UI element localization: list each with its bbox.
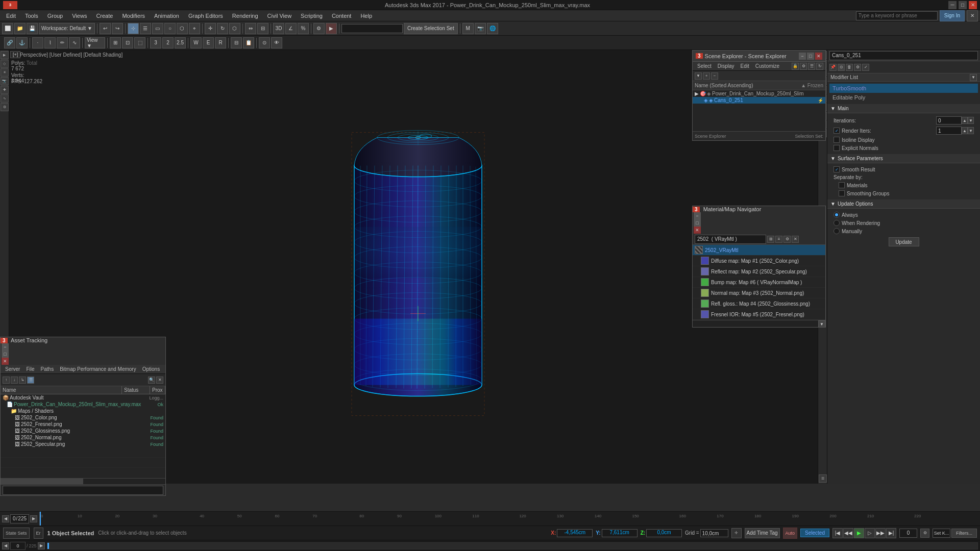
grid-value[interactable]: 10,0cm <box>700 529 728 537</box>
menu-civil-view[interactable]: Civil View <box>263 12 296 20</box>
angle-snap-button[interactable]: ∠ <box>285 23 297 34</box>
map-normal-item[interactable]: Normal map: Map #3 (2502_Normal.png) <box>693 288 825 298</box>
map-root-item[interactable]: 2502_VRayMtl <box>693 245 825 256</box>
next-frame-btn[interactable]: ▶▶ <box>875 528 886 538</box>
wireframe-button[interactable]: ⬚ <box>134 37 145 48</box>
add-time-tag-btn[interactable]: Add Time Tag <box>745 528 780 538</box>
go-to-start-btn[interactable]: |◀ <box>832 528 843 538</box>
timeline-ruler[interactable]: 0 10 20 30 40 50 60 70 80 90 100 110 120… <box>40 512 980 525</box>
link-button[interactable]: 🔗 <box>4 37 15 48</box>
at-specular-file[interactable]: 🖼 2502_Specular.png Found <box>1 441 165 447</box>
menu-content[interactable]: Content <box>328 12 356 20</box>
minimize-button[interactable]: ─ <box>948 1 957 9</box>
menu-group[interactable]: Group <box>43 12 67 20</box>
menu-edit[interactable]: Edit <box>2 12 20 20</box>
rotate-button[interactable]: ↻ <box>217 23 228 34</box>
menu-rendering[interactable]: Rendering <box>228 12 262 20</box>
maximize-button[interactable]: □ <box>959 1 967 9</box>
at-btn-1[interactable]: ↑ <box>3 377 10 384</box>
at-btn-2[interactable]: ↓ <box>11 377 18 384</box>
se-expand-btn[interactable]: + <box>703 72 710 80</box>
at-main-file[interactable]: 📄 Power_Drink_Can_Mockup_250ml_Slim_max_… <box>1 401 165 408</box>
create-geometry-tool[interactable]: ▶ <box>1 51 9 59</box>
create-selection-set-button[interactable]: Create Selection Set <box>404 23 458 34</box>
at-paths-menu[interactable]: Paths <box>38 366 57 372</box>
snap3d-button[interactable]: 3D <box>273 23 284 34</box>
hide-selected-button[interactable]: 👁 <box>271 37 282 48</box>
asset-tracking-close[interactable]: ✕ <box>2 358 9 365</box>
map-bump-item[interactable]: Bump map: Map #6 ( VRayNormalMap ) <box>693 277 825 288</box>
surface-params-section-header[interactable]: ▼ Surface Parameters <box>827 154 980 163</box>
at-fresnel-file[interactable]: 🖼 2502_Fresnel.png Found <box>1 421 165 428</box>
always-radio[interactable] <box>834 212 840 218</box>
at-clear[interactable]: ✕ <box>156 377 163 384</box>
scene-cans-object[interactable]: ◈ ◈ Cans_0_251 ⚡ <box>693 97 825 104</box>
percent-snap-button[interactable]: % <box>298 23 309 34</box>
explicit-normals-checkbox[interactable] <box>834 145 840 151</box>
time-config-btn[interactable]: ⚙ <box>920 529 929 538</box>
scene-tree-root-expand[interactable]: ▶ 🎯 ◈ Power_Drink_Can_Mockup_250ml_Slim <box>693 90 825 97</box>
asset-tracking-minimize[interactable]: − <box>2 343 9 350</box>
scale-type-button[interactable]: R <box>215 37 226 48</box>
select-button[interactable]: ⊹ <box>128 23 139 34</box>
menu-graph-editors[interactable]: Graph Editors <box>184 12 227 20</box>
at-btn-3[interactable]: ↳ <box>19 377 26 384</box>
at-btn-4[interactable]: ☰ <box>27 377 34 384</box>
object-name-input[interactable] <box>829 51 978 60</box>
turbosmooth-modifier[interactable]: TurboSmooth <box>829 84 978 93</box>
vp-top-left-btn[interactable]: [+] <box>10 51 20 58</box>
play-all-btn[interactable]: ▷ <box>865 528 875 538</box>
isolate-selection-button[interactable]: ⊙ <box>259 37 270 48</box>
mini-timeline[interactable] <box>47 542 978 549</box>
se-tool-settings[interactable]: ⚙ <box>800 63 807 70</box>
auto-key-btn[interactable]: Auto <box>783 528 798 539</box>
create-camera-tool[interactable]: 📷 <box>1 77 9 85</box>
update-button[interactable]: Update <box>889 237 919 246</box>
mn-close-btn[interactable]: ✕ <box>792 236 799 243</box>
rect-select-button[interactable]: ▭ <box>152 23 163 34</box>
2d-snap-toggle[interactable]: 2 <box>162 37 174 48</box>
timeline-playhead[interactable] <box>40 512 41 525</box>
at-search-input[interactable] <box>3 486 163 495</box>
mod-trash-btn[interactable]: 🗑 <box>846 64 853 71</box>
material-nav-max[interactable]: □ <box>694 219 701 227</box>
menu-animation[interactable]: Animation <box>150 12 183 20</box>
scene-explorer-customize-menu[interactable]: Customize <box>753 63 782 69</box>
new-file-button[interactable]: ⬜ <box>2 23 13 34</box>
at-bitmap-menu[interactable]: Bitmap Performance and Memory <box>57 366 139 372</box>
open-file-button[interactable]: 📁 <box>14 23 26 34</box>
scene-explorer-button[interactable]: 📋 <box>243 37 254 48</box>
2.5d-snap-toggle[interactable]: 2.5 <box>175 37 186 48</box>
point-button[interactable]: · <box>32 37 43 48</box>
x-coord-value[interactable]: -4,545cm <box>557 529 593 537</box>
iterations-up[interactable]: ▲ <box>962 117 968 124</box>
material-nav-input[interactable] <box>695 235 766 244</box>
3d-snap-toggle[interactable]: 3 <box>150 37 161 48</box>
next-viewport-btn[interactable]: ▶ <box>38 542 45 549</box>
at-scrollbar[interactable] <box>1 478 165 484</box>
scale-button[interactable]: ⬡ <box>229 23 240 34</box>
create-helper-tool[interactable]: ✚ <box>1 86 9 94</box>
render-frame-button[interactable]: 📷 <box>475 23 486 34</box>
menu-scripting[interactable]: Scripting <box>297 12 327 20</box>
render-iters-up[interactable]: ▲ <box>962 127 968 134</box>
menu-help[interactable]: Help <box>356 12 376 20</box>
at-file-menu[interactable]: File <box>23 366 37 372</box>
render-iters-down[interactable]: ▼ <box>968 127 974 134</box>
timeline-right-btn[interactable]: ▶ <box>30 515 37 522</box>
map-fresnel-item[interactable]: Fresnel IOR: Map #5 (2502_Fresnel.png) <box>693 309 825 320</box>
sign-in-button[interactable]: Sign In <box>940 10 965 21</box>
material-nav-scrollbar[interactable]: ▼ <box>693 320 825 327</box>
at-scroll-thumb[interactable] <box>1 479 83 484</box>
timeline-left-btn[interactable]: ◀ <box>2 515 9 522</box>
align-button[interactable]: ⊟ <box>257 23 268 34</box>
smoothing-groups-checkbox[interactable] <box>839 190 845 196</box>
menu-modifiers[interactable]: Modifiers <box>118 12 149 20</box>
move-button[interactable]: ✛ <box>205 23 216 34</box>
map-reflect-item[interactable]: Reflect map: Map #2 (2502_Specular.png) <box>693 266 825 277</box>
scene-explorer-close-button[interactable]: ✕ <box>815 53 822 60</box>
mn-settings-btn[interactable]: ⚙ <box>783 236 791 243</box>
fence-select-button[interactable]: ⬡ <box>177 23 188 34</box>
material-nav-close[interactable]: ✕ <box>694 227 701 234</box>
mn-list-btn[interactable]: ≡ <box>775 236 782 243</box>
